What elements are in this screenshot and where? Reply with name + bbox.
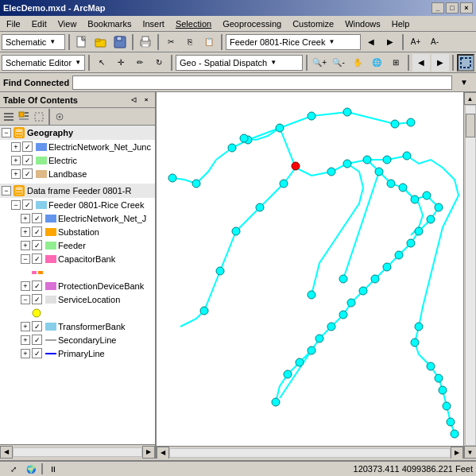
toc-list-view-button[interactable] bbox=[2, 110, 16, 124]
schematic-editor-dropdown[interactable]: Schematic Editor ▼ bbox=[2, 55, 85, 71]
menu-selection[interactable]: Selection bbox=[171, 17, 216, 30]
status-pause-button[interactable]: ⏸ bbox=[46, 462, 60, 475]
globe-button[interactable]: 🌐 bbox=[368, 54, 385, 72]
toc-feeder[interactable]: + ✓ Feeder bbox=[19, 238, 155, 252]
pointer-tool-button[interactable]: ↖ bbox=[93, 54, 110, 72]
substation-expand-icon[interactable]: + bbox=[21, 227, 30, 237]
rotate-tool-button[interactable]: ↻ bbox=[150, 54, 168, 72]
feeder-dropdown[interactable]: Feeder 0801-Rice Creek ▼ bbox=[226, 34, 361, 50]
feeder-expand-icon[interactable]: + bbox=[21, 241, 30, 250]
toc-primary[interactable]: + ✓ PrimaryLine bbox=[19, 346, 155, 360]
toc-feeder-main[interactable]: − ✓ Feeder 0801-Rice Creek bbox=[10, 198, 155, 211]
zoom-in-button[interactable]: 🔍+ bbox=[311, 54, 328, 72]
toc-secondary[interactable]: + ✓ SecondaryLine bbox=[19, 333, 155, 346]
capacitor-check[interactable]: ✓ bbox=[32, 253, 42, 264]
service-check[interactable]: ✓ bbox=[32, 294, 42, 304]
map-scrollbar-v[interactable]: ▲ ▼ bbox=[463, 92, 476, 459]
nav-fwd-button[interactable]: ▶ bbox=[381, 33, 399, 51]
toc-electric[interactable]: + ✓ Electric bbox=[10, 153, 155, 167]
menu-bookmarks[interactable]: Bookmarks bbox=[83, 17, 136, 30]
toc-capacitor[interactable]: − ✓ CapacitorBank bbox=[19, 252, 155, 265]
node-tool-button[interactable]: ✛ bbox=[112, 54, 130, 72]
secondary-expand-icon[interactable]: + bbox=[21, 335, 30, 345]
electric-expand-icon[interactable]: + bbox=[11, 156, 21, 165]
toc-scrollbar[interactable]: ◀ ▶ bbox=[0, 444, 155, 459]
elec-junc-check[interactable]: ✓ bbox=[22, 141, 33, 152]
find-connected-input[interactable] bbox=[72, 75, 452, 90]
nav-back-button[interactable]: ◀ bbox=[362, 33, 380, 51]
select-active-button[interactable] bbox=[457, 54, 474, 72]
toc-transformer[interactable]: + ✓ TransformerBank bbox=[19, 319, 155, 333]
toc-auto-hide-button[interactable]: ◁ bbox=[128, 95, 139, 106]
back-nav-button[interactable]: ◀ bbox=[412, 54, 430, 72]
transformer-expand-icon[interactable]: + bbox=[21, 322, 30, 331]
dataframe-collapse-icon[interactable]: − bbox=[2, 186, 11, 195]
maximize-button[interactable]: □ bbox=[446, 2, 459, 14]
toc-source-view-button[interactable] bbox=[17, 110, 31, 124]
pan-button[interactable]: ✋ bbox=[349, 54, 366, 72]
schematic-dropdown[interactable]: Schematic ▼ bbox=[2, 34, 65, 50]
cut-button[interactable]: ✂ bbox=[162, 33, 180, 51]
print-button[interactable] bbox=[137, 33, 154, 51]
capacitor-collapse-icon[interactable]: − bbox=[21, 254, 30, 264]
scroll-up-button[interactable]: ▲ bbox=[464, 92, 477, 105]
toc-scroll-track[interactable] bbox=[13, 447, 142, 457]
menu-view[interactable]: View bbox=[53, 17, 82, 30]
elec-junc-expand-icon[interactable]: + bbox=[11, 142, 21, 152]
toc-service[interactable]: − ✓ ServiceLocation bbox=[19, 292, 155, 306]
zoom-out-button[interactable]: 🔍- bbox=[330, 54, 347, 72]
menu-file[interactable]: File bbox=[2, 17, 25, 30]
scroll-track-h[interactable] bbox=[169, 448, 451, 458]
toc-selection-button[interactable] bbox=[32, 110, 46, 124]
fwd-nav-button[interactable]: ▶ bbox=[431, 54, 449, 72]
elecnet-j-expand-icon[interactable]: + bbox=[21, 214, 30, 223]
service-collapse-icon[interactable]: − bbox=[21, 295, 30, 304]
elecnet-j-check[interactable]: ✓ bbox=[32, 213, 42, 223]
map-scrollbar-h[interactable]: ◀ ▶ bbox=[157, 446, 463, 459]
geography-expand[interactable]: − Geography bbox=[0, 126, 155, 140]
scroll-left-button[interactable]: ◀ bbox=[157, 447, 169, 459]
map-area[interactable]: ▲ ▼ ◀ ▶ bbox=[157, 92, 476, 459]
extent-button[interactable]: ⊞ bbox=[387, 54, 404, 72]
toc-landbase[interactable]: + ✓ Landbase bbox=[10, 167, 155, 180]
toc-scroll-right[interactable]: ▶ bbox=[142, 446, 155, 459]
protection-expand-icon[interactable]: + bbox=[21, 281, 30, 291]
copy-button[interactable]: ⎘ bbox=[181, 33, 199, 51]
substation-check[interactable]: ✓ bbox=[32, 226, 42, 237]
font-increase-button[interactable]: A+ bbox=[407, 33, 424, 51]
status-globe-button[interactable]: 🌍 bbox=[24, 462, 38, 475]
menu-geoprocessing[interactable]: Geoprocessing bbox=[218, 17, 286, 30]
electric-check[interactable]: ✓ bbox=[22, 155, 33, 165]
geo-spatial-dropdown[interactable]: Geo - Spatial Dispatch ▼ bbox=[176, 55, 303, 71]
toc-options-button[interactable] bbox=[52, 110, 67, 124]
menu-help[interactable]: Help bbox=[387, 17, 415, 30]
paste-button[interactable]: 📋 bbox=[200, 33, 218, 51]
minimize-button[interactable]: _ bbox=[431, 2, 444, 14]
scroll-thumb-v[interactable] bbox=[466, 114, 475, 137]
protection-check[interactable]: ✓ bbox=[32, 281, 42, 291]
feeder-main-check[interactable]: ✓ bbox=[22, 199, 33, 210]
toc-close-button[interactable]: × bbox=[141, 95, 152, 106]
geography-collapse-icon[interactable]: − bbox=[2, 128, 11, 137]
menu-customize[interactable]: Customize bbox=[288, 17, 339, 30]
transformer-check[interactable]: ✓ bbox=[32, 321, 42, 331]
primary-expand-icon[interactable]: + bbox=[21, 349, 30, 358]
status-move-button[interactable]: ⤢ bbox=[6, 462, 21, 475]
scroll-down-button[interactable]: ▼ bbox=[464, 446, 477, 459]
save-button[interactable] bbox=[111, 33, 129, 51]
menu-insert[interactable]: Insert bbox=[137, 17, 169, 30]
toc-scroll-left[interactable]: ◀ bbox=[0, 446, 13, 459]
menu-edit[interactable]: Edit bbox=[27, 17, 52, 30]
landbase-check[interactable]: ✓ bbox=[22, 168, 33, 179]
find-connected-go-button[interactable]: ▼ bbox=[455, 74, 473, 91]
scroll-right-button[interactable]: ▶ bbox=[451, 447, 463, 459]
font-decrease-button[interactable]: A- bbox=[426, 33, 443, 51]
feeder-check[interactable]: ✓ bbox=[32, 240, 42, 250]
toc-protection[interactable]: + ✓ ProtectionDeviceBank bbox=[19, 279, 155, 292]
toc-electricnet-j[interactable]: + ✓ ElectricNetwork_Net_J bbox=[19, 211, 155, 225]
edit-tool-button[interactable]: ✏ bbox=[131, 54, 149, 72]
close-button[interactable]: × bbox=[460, 2, 473, 14]
toc-electricnetwork-junc[interactable]: + ✓ ElectricNetwork_Net_Junc bbox=[10, 140, 155, 153]
feeder-main-collapse-icon[interactable]: − bbox=[11, 200, 21, 210]
new-button[interactable] bbox=[73, 33, 91, 51]
